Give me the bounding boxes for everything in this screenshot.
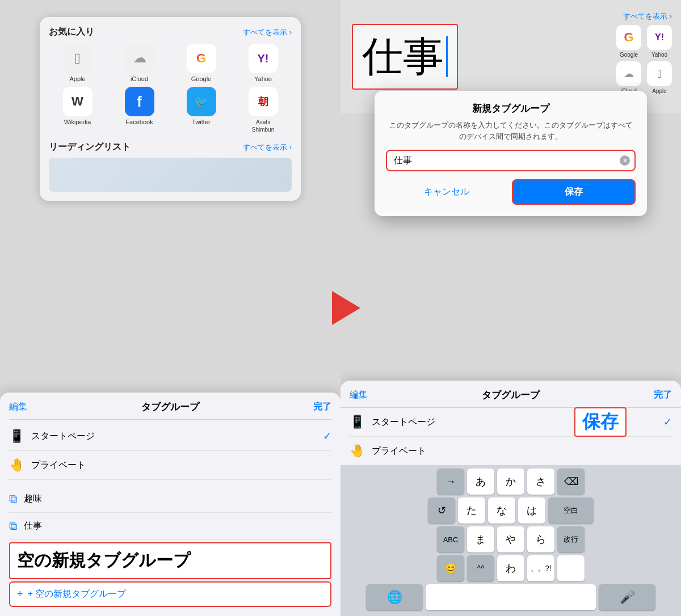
key-return[interactable]: 改行 [557, 526, 585, 552]
right-fav-apple[interactable]:  Apple [647, 61, 672, 94]
tab-group-startpage[interactable]: 📱 スタートページ ✓ [9, 422, 331, 451]
shumi-icon: ⧉ [9, 492, 17, 505]
wiki-icon: W [63, 87, 93, 116]
keyboard-row-3: ABC ま や ら 改行 [343, 526, 679, 552]
right-arrow [332, 291, 360, 325]
key-ka[interactable]: か [497, 469, 524, 495]
rbs-startpage[interactable]: 📱 スタートページ 保存 ✓ [350, 408, 672, 437]
startpage-icon: 📱 [9, 429, 24, 444]
key-punctuation[interactable]: 、。?! [527, 555, 554, 581]
fav-apple[interactable]:  Apple [49, 44, 106, 82]
rbs-title: タブグループ [482, 389, 540, 402]
dialog-save-button[interactable]: 保存 [512, 179, 636, 205]
fav-icloud[interactable]: ☁ iCloud [111, 44, 168, 82]
keyboard: → あ か さ ⌫ ↺ た な は 空白 ABC ま や ら 改行 [340, 465, 681, 616]
key-globe[interactable]: 🌐 [366, 584, 423, 610]
text-cursor [446, 36, 448, 77]
favorites-title: お気に入り [49, 26, 94, 38]
right-google-label: Google [620, 52, 638, 58]
key-sa[interactable]: さ [527, 469, 554, 495]
tab-group-shumi[interactable]: ⧉ 趣味 [9, 486, 331, 513]
fav-google[interactable]: G Google [173, 44, 230, 82]
key-ha[interactable]: は [518, 497, 545, 524]
startpage-check: ✓ [323, 430, 331, 442]
shigoto-icon: ⧉ [9, 520, 17, 533]
icloud-icon: ☁ [125, 44, 154, 73]
right-show-all[interactable]: すべてを表示 › [616, 11, 672, 22]
facebook-icon: f [125, 87, 154, 116]
right-bottom-sheet: 編集 タブグループ 完了 📱 スタートページ 保存 ✓ 🤚 プライベート → あ [340, 381, 681, 616]
new-tab-group-highlight: 空の新規タブグループ [9, 542, 331, 579]
key-arrow[interactable]: → [437, 469, 464, 495]
key-delete[interactable]: ⌫ [557, 469, 585, 495]
right-fav-icloud[interactable]: ☁ iCloud [616, 61, 641, 94]
tab-group-private[interactable]: 🤚 プライベート [9, 451, 331, 480]
arrow-container [332, 291, 360, 325]
sheet-header: 編集 タブグループ 完了 [9, 393, 331, 420]
key-mic[interactable]: 🎤 [599, 584, 655, 610]
key-undo[interactable]: ↺ [428, 497, 455, 524]
shigoto-large-text: 仕事 [362, 29, 444, 84]
key-ta[interactable]: た [458, 497, 485, 524]
fav-asahi[interactable]: 朝 AsahiShimbun [234, 87, 292, 133]
key-emoji[interactable]: 😊 [437, 555, 464, 581]
plus-icon: + [17, 588, 23, 600]
private-icon: 🤚 [9, 458, 24, 472]
fav-asahi-label: AsahiShimbun [252, 119, 274, 133]
right-fav-row: G Google Y! Yahoo [616, 25, 672, 58]
fav-twitter-label: Twitter [192, 119, 210, 125]
favorites-show-all[interactable]: すべてを表示 › [243, 27, 292, 37]
key-space[interactable]: 空白 [548, 497, 594, 524]
key-ma[interactable]: ま [467, 526, 494, 552]
dialog-clear-button[interactable]: ✕ [620, 155, 630, 166]
key-wa[interactable]: わ [497, 555, 524, 581]
add-new-tab-button[interactable]: + + 空の新規タブグループ [9, 581, 331, 607]
rbs-startpage-icon: 📱 [350, 415, 365, 429]
right-fav-google[interactable]: G Google [616, 25, 641, 58]
key-ra[interactable]: ら [527, 526, 554, 552]
fav-facebook[interactable]: f Facebook [111, 87, 168, 133]
key-abc[interactable]: ABC [437, 526, 464, 552]
reading-header: リーディングリスト すべてを表示 › [49, 141, 292, 153]
fav-twitter[interactable]: 🐦 Twitter [173, 87, 230, 133]
key-ya[interactable]: や [497, 526, 524, 552]
sheet-edit-button[interactable]: 編集 [9, 401, 27, 413]
reading-show-all[interactable]: すべてを表示 › [243, 142, 292, 153]
shumi-label: 趣味 [24, 493, 331, 505]
fav-wiki-label: Wikipedia [64, 119, 91, 125]
keyboard-row-1: → あ か さ ⌫ [343, 469, 679, 495]
asahi-icon: 朝 [249, 87, 278, 116]
right-fav-area: すべてを表示 › G Google Y! Yahoo [616, 11, 672, 94]
favorites-grid:  Apple ☁ iCloud G Google Y! [49, 44, 292, 133]
dialog-input-field[interactable] [386, 150, 636, 171]
key-a[interactable]: あ [467, 469, 494, 495]
shigoto-label: 仕事 [24, 520, 331, 532]
right-icloud-icon: ☁ [616, 61, 641, 86]
rbs-items: 📱 スタートページ 保存 ✓ 🤚 プライベート [340, 408, 681, 465]
right-panel: 仕事 すべてを表示 › G Google Y! Yahoo [340, 0, 681, 616]
right-fav-yahoo[interactable]: Y! Yahoo [647, 25, 672, 58]
rbs-edit-button[interactable]: 編集 [350, 389, 368, 401]
fav-yahoo[interactable]: Y! Yahoo [234, 44, 292, 82]
tab-group-shigoto[interactable]: ⧉ 仕事 [9, 513, 331, 540]
save-overlay[interactable]: 保存 [574, 407, 627, 437]
key-caret[interactable]: ^^ [467, 555, 494, 581]
dialog-cancel-button[interactable]: キャンセル [386, 179, 507, 205]
right-apple-icon:  [647, 61, 672, 86]
fav-icloud-label: iCloud [131, 75, 148, 82]
key-empty [557, 555, 585, 581]
rbs-done-button[interactable]: 完了 [654, 389, 672, 401]
left-panel: お気に入り すべてを表示 ›  Apple ☁ iCloud G [0, 0, 340, 616]
fav-yahoo-label: Yahoo [254, 75, 272, 82]
sheet-done-button[interactable]: 完了 [313, 401, 331, 413]
reading-preview [49, 158, 292, 192]
key-na[interactable]: な [488, 497, 515, 524]
rbs-private[interactable]: 🤚 プライベート [350, 437, 672, 465]
shigoto-box: 仕事 [352, 24, 458, 90]
rbs-private-label: プライベート [372, 445, 672, 457]
key-spacebar[interactable] [426, 584, 596, 610]
favorites-header: お気に入り すべてを表示 › [49, 26, 292, 38]
fav-wiki[interactable]: W Wikipedia [49, 87, 106, 133]
dialog-buttons: キャンセル 保存 [386, 179, 636, 205]
keyboard-row-2: ↺ た な は 空白 [343, 497, 679, 524]
